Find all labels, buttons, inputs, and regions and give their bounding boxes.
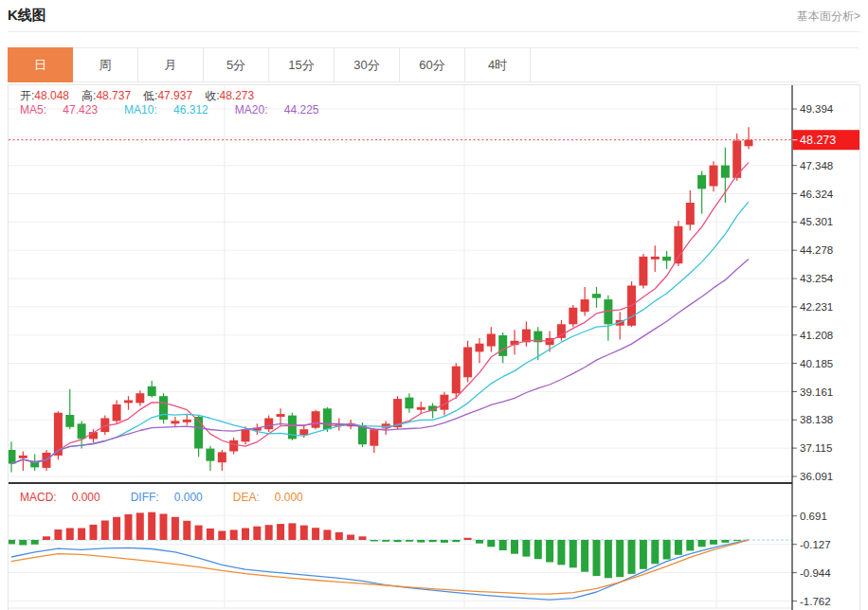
macd-bar [464,538,472,540]
candlestick [19,456,27,458]
candlestick [264,419,273,430]
macd-bar [546,540,553,563]
macd-bar [218,531,226,541]
candlestick [405,398,413,409]
macd-bar [371,540,378,542]
candlestick [65,415,74,427]
tab-item[interactable]: 15分 [269,48,335,81]
candlestick [452,367,461,394]
kline-chart-area[interactable]: 49.39447.34846.32445.30144.27843.25442.2… [8,84,860,610]
candlestick [463,348,472,378]
price-axis-label: 46.324 [800,188,834,200]
macd-bar [101,521,109,541]
price-axis-label: 39.161 [800,386,833,398]
macd-bar [452,540,460,542]
macd-bar [675,540,682,555]
macd-bar [710,540,717,545]
macd-axis-label: -1.762 [800,596,831,607]
macd-bar [733,540,741,541]
price-axis-label: 41.208 [800,330,833,341]
tab-item[interactable]: 60分 [400,48,465,81]
macd-bar [441,540,448,543]
macd-bar [359,536,367,540]
macd-bar [417,540,425,543]
macd-bar [511,540,518,554]
candlestick [498,335,507,356]
price-axis-label: 47.348 [800,160,833,171]
tab-item[interactable]: 5分 [204,48,269,81]
candlestick [710,166,718,187]
candlestick [113,404,121,422]
macd-bar [90,525,98,540]
candlestick [299,429,308,435]
macd-bar [698,540,706,547]
tab-item[interactable]: 日 [8,47,73,82]
candlestick [159,396,168,420]
macd-bar [721,540,729,543]
title-divider [8,31,860,32]
macd-bar [113,517,120,540]
candlestick [476,344,484,352]
candlestick [206,449,214,461]
candlestick [569,308,577,325]
price-axis-label: 49.394 [800,103,834,115]
candlestick [124,401,133,404]
macd-bar [406,540,413,542]
tab-item[interactable]: 30分 [335,48,400,81]
macd-bar [394,540,402,542]
price-axis-label: 44.278 [800,244,833,256]
diff-line [11,540,749,600]
macd-bar [312,528,319,540]
macd-bar [640,540,647,569]
macd-bar [663,540,671,560]
macd-bar [686,540,694,550]
kline-chart-canvas[interactable]: 49.39447.34846.32445.30144.27843.25442.2… [9,85,859,610]
candlestick [9,450,16,464]
candlestick [487,334,496,347]
candlestick [697,175,706,189]
fundamental-analysis-link[interactable]: 基本面分析> [797,9,860,25]
macd-bar [593,540,601,576]
macd-bar [288,523,296,540]
candlestick [277,414,285,417]
price-axis-label: 36.091 [800,471,833,482]
tab-item[interactable]: 周 [73,48,138,81]
period-tabbar: 日周月5分15分30分60分4时 [8,47,859,82]
macd-bar [476,540,483,544]
candlestick [745,140,753,147]
tab-item[interactable]: 4时 [465,48,531,81]
macd-bar [605,540,612,578]
candlestick [370,429,378,446]
candlestick [662,257,671,260]
macd-bar [651,540,659,564]
macd-bar [19,540,27,546]
macd-bar [78,529,85,541]
price-axis-label: 42.231 [800,301,833,313]
macd-bar [230,529,238,540]
candlestick [639,257,647,286]
page-title: K线图 [8,7,46,25]
macd-bar [522,540,530,557]
candlestick [78,423,86,439]
macd-bar [382,540,389,542]
candlestick [592,294,601,297]
price-axis-label: 40.185 [800,358,833,369]
macd-bar [9,540,15,544]
candlestick [686,203,695,224]
macd-bar [628,540,636,574]
candlestick [229,440,238,452]
macd-bar [616,540,624,577]
macd-axis-label: -0.944 [800,567,831,579]
macd-axis-label: 0.691 [800,511,827,522]
candlestick [581,299,589,312]
candlestick [171,421,179,423]
ma20-line [11,260,749,464]
macd-bar [195,526,203,540]
tab-item[interactable]: 月 [138,48,204,81]
candlestick [218,452,226,462]
price-axis-label: 37.115 [800,442,832,454]
candlestick [148,386,156,396]
macd-bar [499,540,507,550]
candlestick [183,420,191,422]
candlestick [136,393,144,403]
